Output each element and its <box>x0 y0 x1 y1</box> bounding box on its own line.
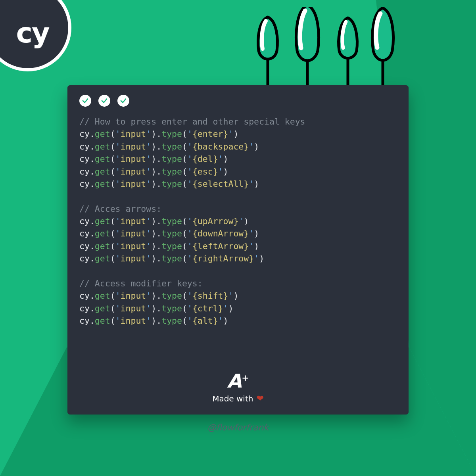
check-row <box>79 95 397 107</box>
tree-icon <box>372 8 393 86</box>
a-plus-logo-plus: + <box>242 373 249 383</box>
made-with-line: Made with ❤ <box>212 393 264 403</box>
tree-icon <box>339 18 357 86</box>
check-icon <box>98 95 110 107</box>
code-panel: // How to press enter and other special … <box>67 85 409 415</box>
check-icon <box>117 95 129 107</box>
trees-decoration <box>242 7 413 90</box>
tree-icon <box>296 7 319 86</box>
cypress-logo-badge: cy <box>0 0 71 71</box>
check-icon <box>79 95 91 107</box>
made-with-text: Made with <box>212 394 253 403</box>
author-handle-text: @flowforfrank <box>207 422 269 432</box>
tree-icon <box>258 17 278 86</box>
heart-icon: ❤ <box>256 393 263 403</box>
cypress-logo-text: cy <box>16 17 49 49</box>
code-content: // How to press enter and other special … <box>79 117 305 326</box>
panel-footer: A + Made with ❤ <box>67 371 409 403</box>
a-plus-logo-main: A <box>227 371 241 390</box>
author-handle: @flowforfrank <box>0 422 476 432</box>
code-block: // How to press enter and other special … <box>79 115 397 327</box>
a-plus-logo: A + <box>227 371 249 390</box>
